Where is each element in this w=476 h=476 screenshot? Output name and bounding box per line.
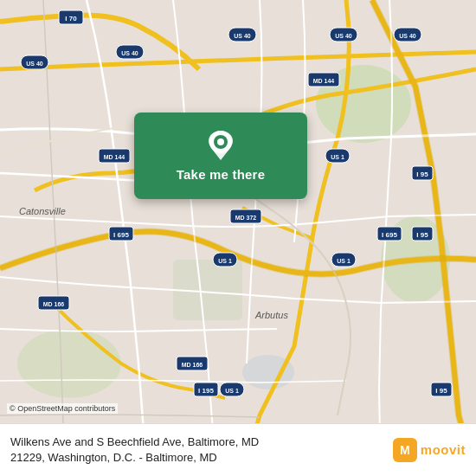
svg-text:MD 166: MD 166 <box>43 301 65 307</box>
svg-text:I 95: I 95 <box>416 170 428 178</box>
address-text: Wilkens Ave and S Beechfield Ave, Baltim… <box>10 434 341 466</box>
svg-text:US 40: US 40 <box>26 61 43 67</box>
svg-text:Catonsville: Catonsville <box>19 206 66 216</box>
svg-text:Arbutus: Arbutus <box>254 310 288 320</box>
svg-text:I 95: I 95 <box>416 231 428 239</box>
svg-point-52 <box>217 138 224 145</box>
svg-point-4 <box>17 329 121 398</box>
map-container: I 70 US 40 US 40 US 40 US 40 US 40 MD 14… <box>0 0 476 476</box>
svg-text:MD 166: MD 166 <box>182 362 203 368</box>
svg-text:US 40: US 40 <box>121 50 138 56</box>
take-me-there-label: Take me there <box>177 167 265 182</box>
popup-box[interactable]: Take me there <box>134 113 307 199</box>
svg-text:MD 372: MD 372 <box>235 215 257 221</box>
moovit-icon: M <box>393 438 417 462</box>
moovit-logo: M moovit <box>393 438 466 462</box>
svg-text:I 195: I 195 <box>198 387 214 395</box>
svg-text:MD 144: MD 144 <box>313 78 335 84</box>
info-bar: © OpenStreetMap contributors Wilkens Ave… <box>0 423 476 476</box>
svg-text:I 695: I 695 <box>113 231 129 239</box>
svg-text:I 70: I 70 <box>65 15 77 23</box>
svg-text:I 695: I 695 <box>382 231 397 239</box>
svg-text:US 40: US 40 <box>399 33 416 39</box>
svg-text:US 1: US 1 <box>218 258 232 264</box>
svg-text:US 1: US 1 <box>331 154 344 160</box>
svg-text:I 95: I 95 <box>435 387 447 395</box>
svg-text:US 1: US 1 <box>225 388 239 394</box>
location-pin-icon <box>209 131 233 160</box>
osm-attribution: © OpenStreetMap contributors <box>7 403 118 414</box>
moovit-text: moovit <box>421 442 466 457</box>
svg-text:US 1: US 1 <box>337 258 351 264</box>
svg-text:MD 144: MD 144 <box>104 154 125 160</box>
svg-text:US 40: US 40 <box>335 33 352 39</box>
svg-text:US 40: US 40 <box>234 33 251 39</box>
